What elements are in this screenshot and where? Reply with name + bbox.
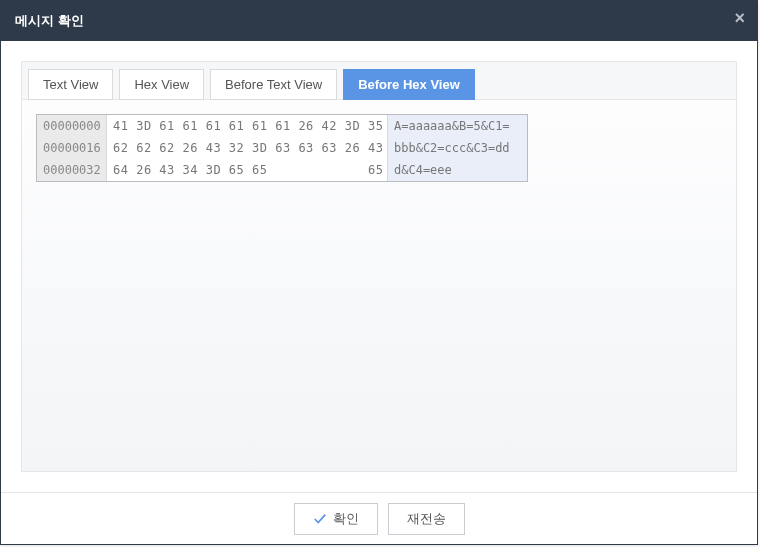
dialog-titlebar: 메시지 확인 × xyxy=(1,1,757,41)
hex-ascii: A=aaaaaa&B=5&C1= xyxy=(387,115,527,137)
hex-row: 00000016 62 62 62 26 43 32 3D 63 63 63 2… xyxy=(37,137,527,159)
confirm-button-label: 확인 xyxy=(333,510,359,528)
tab-content: 00000000 41 3D 61 61 61 61 61 61 26 42 3… xyxy=(21,99,737,472)
dialog-body: Text View Hex View Before Text View Befo… xyxy=(1,41,757,492)
hex-offset: 00000000 xyxy=(37,115,107,137)
hex-bytes: 41 3D 61 61 61 61 61 61 26 42 3D 35 26 4… xyxy=(107,119,387,133)
hex-bytes: 62 62 62 26 43 32 3D 63 63 63 26 43 33 3… xyxy=(107,141,387,155)
dialog-title: 메시지 확인 xyxy=(15,12,84,30)
hex-offset: 00000032 xyxy=(37,159,107,181)
hex-ascii: bbb&C2=ccc&C3=dd xyxy=(387,137,527,159)
tab-text-view[interactable]: Text View xyxy=(28,69,113,100)
tab-bar: Text View Hex View Before Text View Befo… xyxy=(21,61,737,99)
hex-dump-table: 00000000 41 3D 61 61 61 61 61 61 26 42 3… xyxy=(36,114,528,182)
hex-bytes: 64 26 43 34 3D 65 65 65 xyxy=(107,163,387,177)
check-icon xyxy=(313,512,327,526)
tab-before-hex-view[interactable]: Before Hex View xyxy=(343,69,475,100)
tab-before-text-view[interactable]: Before Text View xyxy=(210,69,337,100)
hex-ascii: d&C4=eee xyxy=(387,159,527,181)
hex-offset: 00000016 xyxy=(37,137,107,159)
resend-button-label: 재전송 xyxy=(407,510,446,528)
hex-row: 00000032 64 26 43 34 3D 65 65 65 d&C4=ee… xyxy=(37,159,527,181)
tab-hex-view[interactable]: Hex View xyxy=(119,69,204,100)
message-confirm-dialog: 메시지 확인 × Text View Hex View Before Text … xyxy=(0,0,758,545)
confirm-button[interactable]: 확인 xyxy=(294,503,378,535)
dialog-footer: 확인 재전송 xyxy=(1,492,757,544)
resend-button[interactable]: 재전송 xyxy=(388,503,465,535)
hex-row: 00000000 41 3D 61 61 61 61 61 61 26 42 3… xyxy=(37,115,527,137)
close-icon[interactable]: × xyxy=(734,9,745,27)
